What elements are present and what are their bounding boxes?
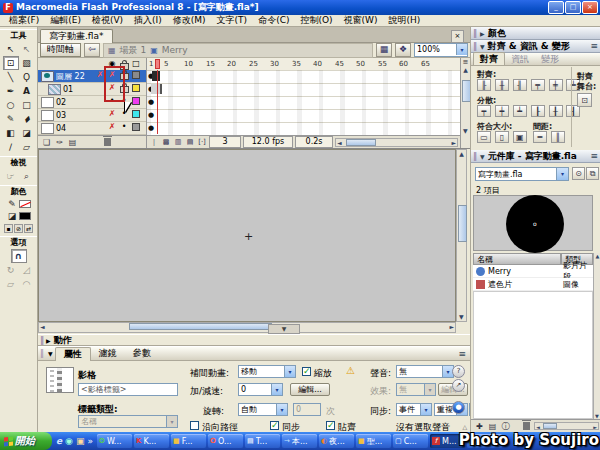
layer-name[interactable]: 04 <box>56 124 66 133</box>
scroll-down-arrow-icon[interactable]: ▼ <box>459 313 464 320</box>
taskbar-button-9[interactable]: ▢ C... <box>393 434 428 448</box>
sound-sync-select[interactable]: 事件 <box>396 403 432 416</box>
space-vertical-button[interactable]: ═ <box>533 131 547 143</box>
frame-rate-value[interactable]: 12.0 fps <box>243 136 293 148</box>
panel-menu-icon[interactable]: ≡ <box>590 151 598 161</box>
stage-horizontal-scrollbar[interactable]: ◄ ► <box>38 322 456 333</box>
menu-file[interactable]: 檔案(F) <box>4 15 44 26</box>
free-transform-tool-icon[interactable]: ⊡ <box>3 56 19 70</box>
menu-view[interactable]: 檢視(V) <box>87 15 128 26</box>
taskbar-button-8[interactable]: ■ 聖... <box>356 434 391 448</box>
distribute-vcenter-button[interactable]: ┿ <box>495 105 509 117</box>
rotate-count-input[interactable]: 0 <box>293 403 321 416</box>
taskbar-button-7[interactable]: ◐ 夜... <box>319 434 354 448</box>
distribute-hcenter-button[interactable]: ╂ <box>549 105 563 117</box>
panel-gripper[interactable]: ‖ <box>473 152 477 161</box>
tab-transform[interactable]: 變形 <box>535 53 565 65</box>
distort-option-icon[interactable]: ▱ <box>3 277 19 291</box>
stage-vertical-scrollbar[interactable]: ▲ ▼ <box>456 149 467 322</box>
sync-checkbox[interactable] <box>270 421 279 430</box>
tab-parameters[interactable]: 參數 <box>125 347 159 360</box>
distribute-top-button[interactable]: ┯ <box>477 105 491 117</box>
rotate-skew-option-icon[interactable]: ↻ <box>3 263 19 277</box>
edit-symbol-icon[interactable]: ❖ <box>395 43 411 57</box>
menu-window[interactable]: 視窗(W) <box>339 15 383 26</box>
library-item-merry[interactable]: Merry <box>473 265 561 278</box>
frame-row-4[interactable]: ● <box>147 109 461 122</box>
align-hcenter-button[interactable]: ╫ <box>495 79 509 91</box>
effect-select[interactable]: 無 <box>396 383 436 396</box>
expand-arrow-icon[interactable]: ▶ <box>480 30 485 37</box>
minimize-button[interactable]: _ <box>548 1 564 14</box>
delete-item-trash-icon[interactable] <box>523 422 530 430</box>
layer-name[interactable]: 圖層 22 <box>56 71 85 82</box>
detach-icon[interactable]: ↗ <box>452 379 465 392</box>
scroll-up-arrow-icon[interactable]: ▲ <box>461 66 470 73</box>
library-list-empty-area[interactable] <box>473 291 593 419</box>
distribute-left-button[interactable]: ┠ <box>531 105 545 117</box>
expand-arrow-icon[interactable]: ▶ <box>46 337 51 344</box>
hand-tool-icon[interactable]: ☞ <box>3 169 19 183</box>
tab-info[interactable]: 資訊 <box>505 53 535 65</box>
tab-align[interactable]: 對齊 <box>473 52 505 65</box>
no-color-button[interactable]: ⊘ <box>14 224 23 233</box>
collapse-arrow-icon[interactable]: ▼ <box>480 43 485 50</box>
layer-hidden-x-icon[interactable]: ✗ <box>106 121 118 135</box>
menu-text[interactable]: 文字(T) <box>212 15 253 26</box>
scroll-up-arrow-icon[interactable]: ▲ <box>457 150 466 157</box>
scale-checkbox[interactable] <box>302 367 311 376</box>
edit-multiple-frames-icon[interactable]: ▤ <box>185 138 195 146</box>
align-vcenter-button[interactable]: ╪ <box>549 79 563 91</box>
subselection-tool-icon[interactable]: ↖ <box>19 42 35 56</box>
collapse-arrow-icon[interactable]: ▼ <box>480 153 485 160</box>
zoom-dropdown-arrow-icon[interactable]: ▾ <box>456 44 467 55</box>
timeline-menu-icon[interactable]: ≡ <box>461 58 470 66</box>
breadcrumb-symbol[interactable]: Merry <box>162 45 188 55</box>
sound-info-icon[interactable]: ● <box>452 401 465 414</box>
panel-gripper[interactable]: ‖ <box>40 336 44 345</box>
zoom-tool-icon[interactable]: ⌕ <box>19 169 35 183</box>
onion-skin-icon[interactable]: ▩ <box>161 138 171 146</box>
back-arrow-icon[interactable]: ⇦ <box>84 43 100 57</box>
snap-checkbox[interactable] <box>326 421 335 430</box>
scroll-left-arrow-icon[interactable]: ◄ <box>536 423 540 431</box>
scroll-left-arrow-icon[interactable]: ◄ <box>40 323 45 331</box>
align-top-button[interactable]: ╤ <box>531 79 545 91</box>
document-tab[interactable]: 寫字動畫.fla* <box>40 29 113 44</box>
eraser-tool-icon[interactable]: ▱ <box>19 140 35 154</box>
center-frame-icon[interactable]: ｜ <box>149 137 159 147</box>
menu-help[interactable]: 說明(H) <box>383 15 425 26</box>
taskbar-button-1[interactable]: ❂ W... <box>97 434 132 448</box>
align-left-button[interactable]: ╟ <box>477 79 491 91</box>
quick-launch-icon-2[interactable]: ◉ <box>65 436 73 446</box>
warning-icon[interactable]: ⚠ <box>346 365 355 376</box>
quick-launch-icon-3[interactable]: ▣ <box>76 436 85 446</box>
tween-select[interactable]: 移動 <box>238 365 296 378</box>
quick-launch-overflow-icon[interactable]: » <box>87 436 93 446</box>
swap-colors-button[interactable]: ⇄ <box>24 224 33 233</box>
library-column-name[interactable]: 名稱 <box>473 253 561 265</box>
distribute-bottom-button[interactable]: ┷ <box>513 105 527 117</box>
timeline-horizontal-scrollbar[interactable]: ◄ ► <box>335 138 458 147</box>
new-folder-button[interactable]: ▤ <box>487 422 498 431</box>
pen-tool-icon[interactable]: ✒ <box>3 84 19 98</box>
tab-filters[interactable]: 濾鏡 <box>91 347 125 360</box>
layer-outline-swatch[interactable] <box>130 108 142 122</box>
symbol-properties-button[interactable]: ⓘ <box>500 421 511 432</box>
taskbar-button-2[interactable]: K K... <box>134 434 169 448</box>
frame-row-2[interactable]: ● <box>147 83 461 96</box>
onion-skin-outlines-icon[interactable]: ▥ <box>173 138 183 146</box>
selection-tool-icon[interactable]: ↖ <box>3 42 19 56</box>
menu-commands[interactable]: 命令(C) <box>253 15 294 26</box>
menu-control[interactable]: 控制(O) <box>295 15 337 26</box>
help-icon[interactable]: ? <box>452 365 465 378</box>
new-library-window-icon[interactable]: ⧉ <box>586 167 599 180</box>
align-right-button[interactable]: ╢ <box>513 79 527 91</box>
gradient-transform-tool-icon[interactable]: ▧ <box>19 56 35 70</box>
ie-quick-launch-icon[interactable]: e <box>56 436 62 446</box>
scale-option-icon[interactable]: ◿ <box>19 263 35 277</box>
stroke-color-swatch[interactable] <box>19 200 31 208</box>
panel-menu-icon[interactable]: ≡ <box>458 349 466 359</box>
layer-row-5[interactable]: 04 ✗ • <box>38 122 146 135</box>
sound-select[interactable]: 無 <box>396 365 454 378</box>
